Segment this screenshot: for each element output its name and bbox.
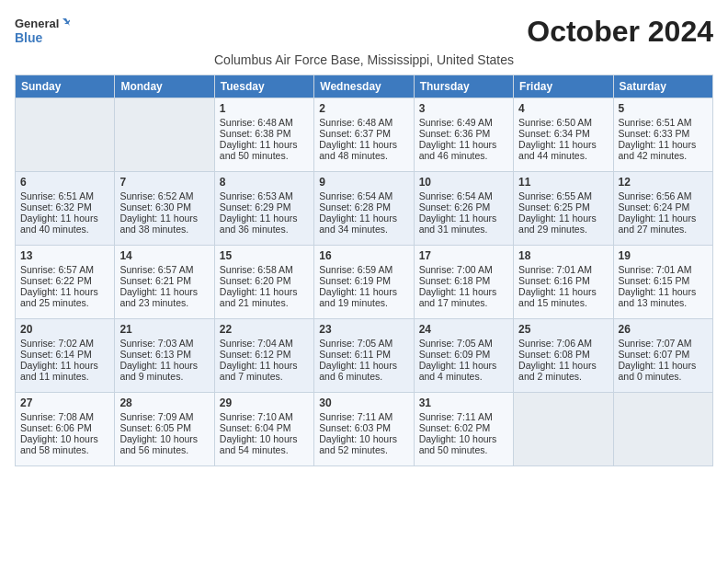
day-number: 6 [20,176,109,189]
day-info: Sunrise: 6:52 AM [119,190,209,201]
day-info: Daylight: 11 hours and 25 minutes. [20,286,109,308]
day-info: Sunset: 6:26 PM [419,201,508,213]
header-cell-tuesday: Tuesday [214,75,313,98]
day-info: Sunset: 6:12 PM [220,349,309,360]
day-info: Sunset: 6:33 PM [619,128,708,139]
day-info: Sunrise: 7:05 AM [319,338,408,349]
day-number: 1 [220,102,309,115]
week-row-1: 1Sunrise: 6:48 AMSunset: 6:38 PMDaylight… [16,98,713,172]
day-info: Sunrise: 7:07 AM [619,338,708,349]
day-info: Sunset: 6:37 PM [319,128,408,139]
day-info: Sunrise: 7:03 AM [119,338,209,349]
day-cell: 22Sunrise: 7:04 AMSunset: 6:12 PMDayligh… [214,319,313,393]
day-cell: 3Sunrise: 6:49 AMSunset: 6:36 PMDaylight… [414,98,513,172]
day-info: Sunrise: 6:54 AM [419,190,508,201]
day-info: Daylight: 11 hours and 6 minutes. [319,360,408,382]
day-info: Sunrise: 7:11 AM [419,411,508,422]
day-info: Daylight: 11 hours and 7 minutes. [220,360,309,382]
logo: General Blue [15,15,70,48]
day-info: Sunrise: 6:58 AM [220,264,309,275]
calendar-header: SundayMondayTuesdayWednesdayThursdayFrid… [16,75,713,98]
day-info: Daylight: 11 hours and 4 minutes. [419,360,508,382]
day-number: 4 [518,102,608,115]
calendar-body: 1Sunrise: 6:48 AMSunset: 6:38 PMDaylight… [16,98,713,466]
day-info: Sunrise: 7:11 AM [319,411,408,422]
day-info: Sunset: 6:36 PM [419,128,508,139]
day-cell: 25Sunrise: 7:06 AMSunset: 6:08 PMDayligh… [514,319,613,393]
day-info: Sunrise: 6:53 AM [220,190,309,201]
day-number: 29 [220,396,309,409]
day-info: Daylight: 11 hours and 19 minutes. [319,286,408,308]
day-cell: 8Sunrise: 6:53 AMSunset: 6:29 PMDaylight… [214,172,313,246]
day-cell: 10Sunrise: 6:54 AMSunset: 6:26 PMDayligh… [414,172,513,246]
day-number: 8 [220,176,309,189]
day-number: 5 [619,102,708,115]
day-number: 3 [419,102,508,115]
day-info: Sunrise: 7:02 AM [20,338,109,349]
day-cell: 30Sunrise: 7:11 AMSunset: 6:03 PMDayligh… [314,393,414,466]
day-number: 26 [619,323,708,336]
day-info: Daylight: 11 hours and 11 minutes. [20,360,109,382]
week-row-5: 27Sunrise: 7:08 AMSunset: 6:06 PMDayligh… [16,393,713,466]
day-info: Sunset: 6:29 PM [220,201,309,213]
day-cell: 1Sunrise: 6:48 AMSunset: 6:38 PMDaylight… [214,98,313,172]
day-number: 22 [220,323,309,336]
svg-text:Blue: Blue [15,30,43,45]
day-info: Sunrise: 6:48 AM [220,117,309,128]
day-number: 24 [419,323,508,336]
day-info: Sunset: 6:24 PM [619,201,708,213]
day-info: Daylight: 11 hours and 27 minutes. [619,213,708,235]
day-info: Sunset: 6:03 PM [319,422,408,433]
subtitle: Columbus Air Force Base, Mississippi, Un… [15,52,713,67]
day-info: Sunset: 6:05 PM [119,422,209,433]
day-number: 12 [619,176,708,189]
day-cell: 16Sunrise: 6:59 AMSunset: 6:19 PMDayligh… [314,246,414,319]
day-info: Sunset: 6:18 PM [419,275,508,286]
day-cell: 29Sunrise: 7:10 AMSunset: 6:04 PMDayligh… [214,393,313,466]
day-info: Sunset: 6:34 PM [518,128,608,139]
day-info: Sunrise: 6:59 AM [319,264,408,275]
day-info: Daylight: 11 hours and 36 minutes. [220,213,309,235]
day-info: Daylight: 11 hours and 13 minutes. [619,286,708,308]
day-info: Daylight: 11 hours and 15 minutes. [518,286,608,308]
day-info: Daylight: 11 hours and 40 minutes. [20,213,109,235]
day-cell: 26Sunrise: 7:07 AMSunset: 6:07 PMDayligh… [613,319,712,393]
day-info: Daylight: 11 hours and 31 minutes. [419,213,508,235]
day-number: 25 [518,323,608,336]
day-cell: 17Sunrise: 7:00 AMSunset: 6:18 PMDayligh… [414,246,513,319]
header-cell-thursday: Thursday [414,75,513,98]
month-title: October 2024 [527,15,713,49]
day-cell: 4Sunrise: 6:50 AMSunset: 6:34 PMDaylight… [514,98,613,172]
day-cell: 27Sunrise: 7:08 AMSunset: 6:06 PMDayligh… [16,393,115,466]
day-info: Sunset: 6:13 PM [119,349,209,360]
day-info: Sunrise: 7:09 AM [119,411,209,422]
day-info: Sunrise: 7:01 AM [619,264,708,275]
page-header: General Blue October 2024 [15,15,713,49]
day-info: Daylight: 11 hours and 23 minutes. [119,286,209,308]
day-info: Sunrise: 7:04 AM [220,338,309,349]
day-info: Daylight: 11 hours and 48 minutes. [319,139,408,161]
day-info: Sunrise: 6:50 AM [518,117,608,128]
day-info: Sunrise: 6:54 AM [319,190,408,201]
day-info: Daylight: 11 hours and 34 minutes. [319,213,408,235]
day-info: Sunset: 6:32 PM [20,201,109,213]
day-info: Sunrise: 6:56 AM [619,190,708,201]
day-info: Sunrise: 6:51 AM [619,117,708,128]
day-number: 9 [319,176,408,189]
day-cell: 18Sunrise: 7:01 AMSunset: 6:16 PMDayligh… [514,246,613,319]
calendar-table: SundayMondayTuesdayWednesdayThursdayFrid… [15,75,713,466]
day-info: Sunset: 6:38 PM [220,128,309,139]
day-info: Sunrise: 6:49 AM [419,117,508,128]
day-info: Sunset: 6:11 PM [319,349,408,360]
day-info: Daylight: 11 hours and 38 minutes. [119,213,209,235]
day-info: Sunrise: 6:57 AM [119,264,209,275]
day-info: Sunset: 6:07 PM [619,349,708,360]
day-info: Sunset: 6:30 PM [119,201,209,213]
week-row-2: 6Sunrise: 6:51 AMSunset: 6:32 PMDaylight… [16,172,713,246]
day-info: Sunset: 6:06 PM [20,422,109,433]
day-info: Sunset: 6:20 PM [220,275,309,286]
day-info: Sunset: 6:08 PM [518,349,608,360]
day-number: 27 [20,396,109,409]
day-info: Sunrise: 6:48 AM [319,117,408,128]
day-cell: 12Sunrise: 6:56 AMSunset: 6:24 PMDayligh… [613,172,712,246]
